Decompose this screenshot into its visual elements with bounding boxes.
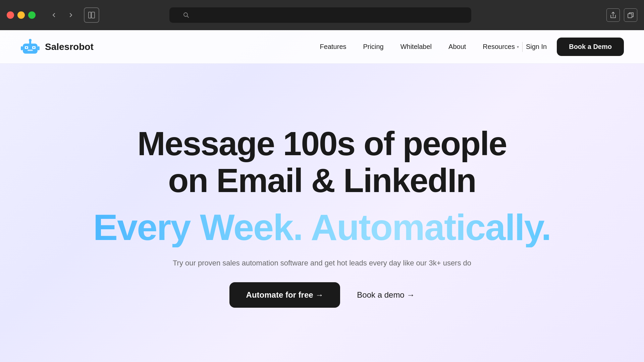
svg-rect-1 [92, 12, 95, 18]
logo-icon [20, 37, 40, 57]
hero-title: Message 100s of people on Email & Linked… [138, 125, 507, 199]
browser-actions [606, 8, 637, 22]
nav-whitelabel-link[interactable]: Whitelabel [400, 43, 432, 50]
nav-about-link[interactable]: About [448, 43, 466, 50]
book-demo-hero-link[interactable]: Book a demo → [357, 290, 415, 300]
back-button[interactable] [46, 7, 62, 23]
forward-button[interactable] [63, 7, 78, 23]
nav-pricing-link[interactable]: Pricing [363, 43, 384, 50]
svg-rect-12 [21, 46, 23, 50]
browser-nav-buttons [46, 7, 78, 23]
book-demo-nav-button[interactable]: Book a Demo [557, 38, 624, 56]
hero-subtitle: Try our proven sales automation software… [173, 259, 471, 267]
traffic-lights [7, 11, 36, 19]
nav-item-about[interactable]: About [448, 43, 466, 51]
close-button[interactable] [7, 11, 14, 19]
minimize-button[interactable] [17, 11, 25, 19]
automate-free-button[interactable]: Automate for free → [229, 282, 340, 308]
nav-resources-label: Resources [483, 43, 515, 51]
svg-rect-8 [33, 47, 35, 48]
nav-links: Features Pricing Whitelabel About Resour… [320, 43, 519, 51]
logo-link[interactable]: Salesrobot [20, 37, 94, 57]
svg-rect-3 [628, 14, 632, 18]
hero-title-line2: on Email & LinkedIn [138, 162, 507, 199]
nav-item-pricing[interactable]: Pricing [363, 43, 384, 51]
navbar: Salesrobot Features Pricing Whitelabel A… [0, 30, 644, 64]
chevron-down-icon: ▾ [517, 45, 519, 49]
sidebar-toggle-button[interactable] [84, 7, 99, 23]
svg-rect-0 [89, 12, 91, 18]
new-window-button[interactable] [624, 8, 637, 22]
hero-cta-buttons: Automate for free → Book a demo → [229, 282, 415, 308]
nav-features-link[interactable]: Features [320, 43, 346, 50]
hero-title-line3: Every Week. Automatically. [93, 207, 551, 247]
fullscreen-button[interactable] [28, 11, 36, 19]
svg-point-11 [29, 39, 32, 42]
nav-item-whitelabel[interactable]: Whitelabel [400, 43, 432, 51]
hero-section: Message 100s of people on Email & Linked… [0, 64, 644, 362]
nav-item-features[interactable]: Features [320, 43, 346, 51]
browser-chrome [0, 0, 644, 30]
hero-title-line1: Message 100s of people [138, 125, 507, 162]
svg-rect-7 [26, 47, 27, 48]
svg-point-2 [184, 13, 187, 16]
nav-divider [522, 42, 523, 52]
svg-rect-9 [28, 50, 33, 51]
url-input[interactable] [200, 12, 465, 18]
svg-rect-13 [38, 46, 40, 50]
website-content: Salesrobot Features Pricing Whitelabel A… [0, 30, 644, 362]
signin-link[interactable]: Sign In [526, 43, 547, 51]
address-bar[interactable] [169, 7, 471, 23]
search-icon [176, 7, 196, 23]
share-button[interactable] [606, 8, 620, 22]
logo-text: Salesrobot [45, 42, 94, 52]
nav-resources-dropdown[interactable]: Resources ▾ [483, 43, 519, 51]
